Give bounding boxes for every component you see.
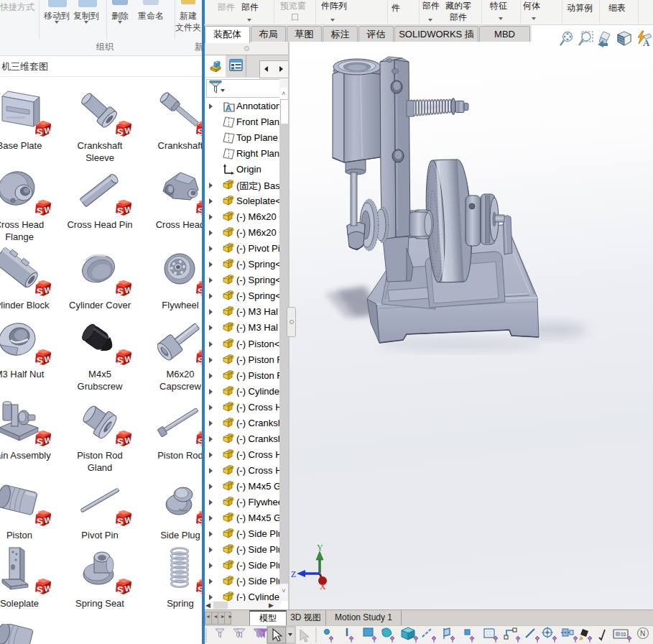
svg-text:Z: Z <box>291 569 296 579</box>
svg-text:Y: Y <box>317 543 323 553</box>
svg-text:X: X <box>320 581 326 589</box>
svg-text:A: A <box>226 104 231 112</box>
svg-text:N: N <box>640 630 645 638</box>
svg-text:03: 03 <box>621 632 626 637</box>
